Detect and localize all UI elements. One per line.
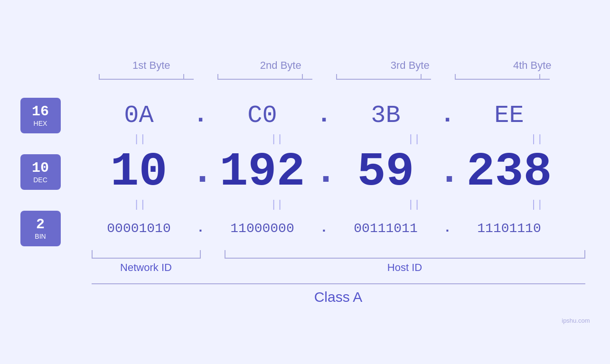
dec-label: 10 DEC [20, 154, 61, 190]
dec-byte1: 10 [87, 145, 191, 199]
dot-bin-3: . [438, 222, 457, 235]
dot-hex-3: . [438, 103, 457, 128]
byte1-header: 1st Byte [99, 59, 204, 72]
network-bracket-line [92, 250, 201, 259]
class-bracket-line [92, 283, 585, 284]
eq1-byte2: || [231, 133, 323, 145]
top-bracket-row [87, 74, 590, 84]
dot-dec-3: . [438, 153, 457, 191]
hex-byte1: 0A [87, 102, 191, 130]
class-label: Class A [87, 289, 590, 305]
dot-dec-2: . [315, 153, 334, 191]
dec-byte2: 192 [210, 145, 315, 199]
bottom-brackets: Network ID Host ID [87, 250, 590, 274]
dot-bin-2: . [315, 222, 334, 235]
dec-base-name: DEC [33, 176, 47, 184]
bin-byte2: 11000000 [210, 221, 315, 236]
byte3-header: 3rd Byte [358, 59, 462, 72]
dot-hex-1: . [191, 103, 210, 128]
hex-base-name: HEX [34, 120, 47, 127]
hex-base-number: 16 [32, 104, 49, 120]
bracket-byte2 [213, 74, 317, 84]
dec-base-number: 10 [32, 160, 49, 176]
bin-base-name: BIN [35, 233, 46, 240]
eq2-byte1: || [94, 199, 186, 211]
hex-row: 16 HEX 0A . C0 . 3B . EE [20, 98, 590, 133]
eq2-byte3: || [368, 199, 460, 211]
eq1-byte4: || [491, 133, 583, 145]
byte4-header: 4th Byte [480, 59, 584, 72]
dot-dec-1: . [191, 153, 210, 191]
host-id-label: Host ID [220, 261, 590, 274]
bottom-section: Network ID Host ID [87, 250, 590, 274]
bin-byte3: 00111011 [334, 221, 438, 236]
bin-base-number: 2 [36, 217, 45, 233]
bin-byte4: 11101110 [457, 221, 562, 236]
dec-values: 10 . 192 . 59 . 238 [87, 145, 590, 199]
host-bracket-line [225, 250, 585, 259]
byte2-header: 2nd Byte [228, 59, 333, 72]
bracket-byte4 [450, 74, 554, 84]
bracket-byte1 [94, 74, 198, 84]
bin-row: 2 BIN 00001010 . 11000000 . 00111011 . 1… [20, 211, 590, 246]
dec-byte3: 59 [334, 145, 438, 199]
eq1-byte3: || [368, 133, 460, 145]
hex-byte3: 3B [334, 102, 438, 130]
hex-label: 16 HEX [20, 98, 61, 133]
dec-row: 10 DEC 10 . 192 . 59 . 238 [20, 145, 590, 199]
class-section: Class A [87, 283, 590, 305]
eq2-byte2: || [231, 199, 323, 211]
byte-headers: 1st Byte 2nd Byte 3rd Byte 4th Byte [87, 59, 590, 72]
hex-byte4: EE [457, 102, 562, 130]
network-id-label: Network ID [87, 261, 206, 274]
hex-values: 0A . C0 . 3B . EE [87, 102, 590, 130]
dot-hex-2: . [315, 103, 334, 128]
main-container: 1st Byte 2nd Byte 3rd Byte 4th Byte 16 H… [20, 50, 590, 315]
eq2-byte4: || [491, 199, 583, 211]
network-id-bracket: Network ID [87, 250, 206, 274]
eq-row-1: || || || || [87, 133, 590, 145]
eq1-byte1: || [94, 133, 186, 145]
bin-values: 00001010 . 11000000 . 00111011 . 1110111… [87, 221, 590, 236]
hex-byte2: C0 [210, 102, 315, 130]
bin-byte1: 00001010 [87, 221, 191, 236]
eq-row-2: || || || || [87, 199, 590, 211]
bracket-byte3 [331, 74, 436, 84]
bin-label: 2 BIN [20, 211, 61, 246]
watermark: ipshu.com [562, 317, 590, 324]
host-id-bracket: Host ID [220, 250, 590, 274]
dot-bin-1: . [191, 222, 210, 235]
dec-byte4: 238 [457, 145, 562, 199]
